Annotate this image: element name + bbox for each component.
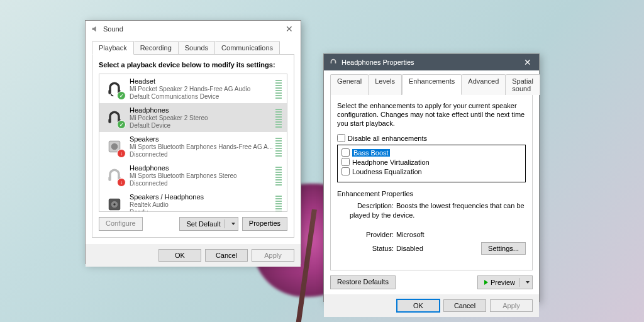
device-item[interactable]: ✓ Headset Mi Pocket Speaker 2 Hands-Free… [99,74,287,103]
device-status: Disconnected [130,151,273,158]
close-icon[interactable]: ✕ [283,23,296,35]
preview-label: Preview [491,279,515,286]
tab-sounds[interactable]: Sounds [179,41,215,55]
checkbox-icon[interactable] [341,148,350,157]
headphones-icon: ✓ [104,108,125,128]
provider-label: Provider: [350,230,394,240]
preview-button[interactable]: Preview [477,275,533,289]
enhancement-label: Loudness Equalization [352,168,422,175]
checkbox-icon[interactable] [337,134,345,142]
apply-button[interactable]: Apply [490,299,533,312]
cancel-button[interactable]: Cancel [443,299,486,312]
properties-window: Headphones Properties ✕ General Levels E… [323,53,540,302]
svg-point-5 [111,143,118,150]
down-badge-icon: ↓ [117,178,126,187]
tab-advanced[interactable]: Advanced [462,74,506,95]
level-meter-icon [275,136,282,157]
titlebar[interactable]: Sound ✕ [86,21,301,37]
headphones-icon [329,58,338,67]
device-item[interactable]: ↓ Speakers Mi Sports Bluetooth Earphones… [99,132,287,161]
tab-spatial[interactable]: Spatial sound [506,74,540,95]
device-sub: Realtek Audio [130,201,273,209]
instruction-text: Select a playback device below to modify… [99,61,287,69]
checkbox-icon[interactable] [341,167,350,175]
speakers-icon: ↓ [104,136,125,157]
window-title: Sound [103,25,283,33]
cancel-button[interactable]: Cancel [205,249,248,262]
enhancements-panel: Select the enhancements to apply for you… [330,94,533,270]
footer: OK Cancel Apply [86,244,301,267]
sound-icon [91,25,99,33]
device-status: Default Device [130,122,273,129]
provider-row: Provider:Microsoft [350,230,526,240]
sound-window: Sound ✕ Playback Recording Sounds Commun… [85,20,301,264]
set-default-button[interactable]: Set Default [179,217,238,231]
headphones-icon: ↓ [104,165,125,186]
enhancement-item[interactable]: Loudness Equalization [340,167,523,176]
restore-defaults-button[interactable]: Restore Defaults [330,275,396,289]
level-meter-icon [275,165,282,186]
tab-enhancements[interactable]: Enhancements [402,74,462,95]
tab-communications[interactable]: Communications [215,41,280,55]
tab-panel: Select a playback device below to modify… [92,54,294,238]
device-sub: Mi Sports Bluetooth Earphones Hands-Free… [130,143,273,151]
device-name: Headphones [130,106,273,114]
device-name: Speakers / Headphones [130,193,273,201]
tab-levels[interactable]: Levels [369,74,402,95]
enhancement-list[interactable]: Bass Boost Headphone Virtualization Loud… [337,145,526,182]
enhancement-item[interactable]: Bass Boost [340,148,523,157]
ok-button[interactable]: OK [397,299,440,312]
play-icon [484,280,488,285]
tabs: Playback Recording Sounds Communications [86,37,301,54]
tabs: General Levels Enhancements Advanced Spa… [324,70,539,94]
bottom-row: Restore Defaults Preview [324,275,539,294]
tab-general[interactable]: General [330,74,369,95]
set-default-label: Set Default [186,220,220,228]
down-badge-icon: ↓ [117,149,126,158]
device-item[interactable]: Speakers / Headphones Realtek Audio Read… [99,190,287,212]
enhancement-label: Bass Boost [352,149,390,157]
tab-recording[interactable]: Recording [134,41,179,55]
level-meter-icon [275,79,282,99]
status-value: Disabled [396,245,423,252]
disable-all-label: Disable all enhancements [348,135,427,142]
ok-button[interactable]: OK [158,249,201,262]
description-row: Description:Boosts the lowest frequencie… [350,201,526,220]
device-name: Headset [130,77,273,85]
device-list[interactable]: ✓ Headset Mi Pocket Speaker 2 Hands-Free… [99,74,287,212]
status-row: Status:Disabled [350,245,423,252]
device-sub: Mi Sports Bluetooth Earphones Stereo [130,172,273,180]
device-status: Ready [130,209,273,212]
properties-button[interactable]: Properties [242,217,287,231]
level-meter-icon [275,194,282,212]
checkbox-icon[interactable] [341,158,350,166]
tab-playback[interactable]: Playback [92,41,134,55]
panel-description: Select the enhancements to apply for you… [337,101,526,128]
device-sub: Mi Pocket Speaker 2 Stereo [130,114,273,122]
provider-value: Microsoft [396,231,425,238]
check-badge-icon: ✓ [117,120,126,129]
svg-rect-2 [108,119,111,123]
enhancement-label: Headphone Virtualization [352,158,430,166]
apply-button[interactable]: Apply [252,249,294,262]
svg-rect-0 [108,90,111,94]
device-item[interactable]: ✓ Headphones Mi Pocket Speaker 2 Stereo … [99,103,287,132]
device-sub: Mi Pocket Speaker 2 Hands-Free AG Audio [130,85,273,93]
configure-button[interactable]: Configure [99,217,143,231]
titlebar[interactable]: Headphones Properties ✕ [324,54,539,70]
svg-rect-6 [108,177,111,181]
device-status: Disconnected [130,180,273,187]
settings-button[interactable]: Settings... [481,242,526,255]
disable-all-checkbox[interactable]: Disable all enhancements [337,134,526,142]
window-title: Headphones Properties [341,58,521,66]
status-label: Status: [350,245,394,252]
desc-label: Description: [350,201,394,211]
level-meter-icon [275,108,282,128]
enhancement-item[interactable]: Headphone Virtualization [340,157,523,167]
svg-point-10 [113,203,116,206]
close-icon[interactable]: ✕ [521,56,534,69]
device-status: Default Communications Device [130,93,273,100]
footer: OK Cancel Apply [324,294,539,317]
check-badge-icon: ✓ [117,91,126,100]
device-item[interactable]: ↓ Headphones Mi Sports Bluetooth Earphon… [99,161,287,190]
